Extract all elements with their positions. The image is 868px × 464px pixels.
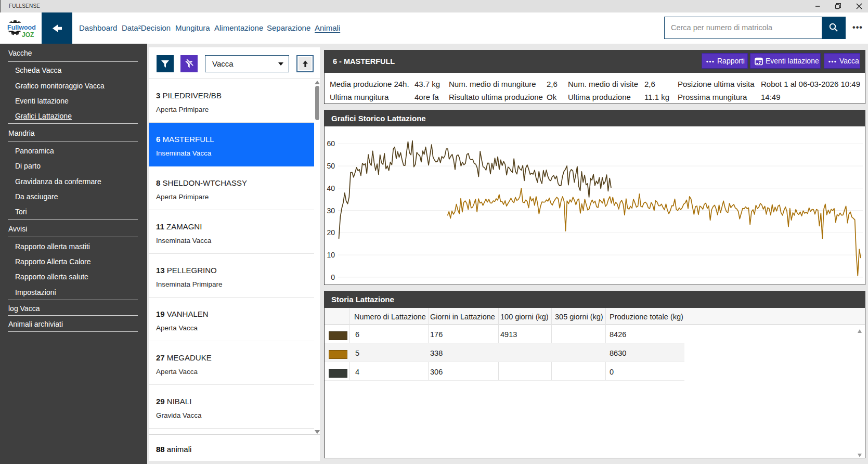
svg-text:60: 60: [327, 139, 335, 148]
svg-text:Fullwood: Fullwood: [7, 24, 36, 31]
svg-text:JOZ: JOZ: [22, 31, 34, 38]
svg-text:0: 0: [331, 273, 335, 281]
svg-text:10: 10: [327, 251, 335, 259]
svg-text:40: 40: [327, 184, 335, 192]
svg-text:50: 50: [327, 162, 335, 170]
svg-text:20: 20: [327, 228, 335, 237]
svg-text:30: 30: [327, 207, 335, 215]
